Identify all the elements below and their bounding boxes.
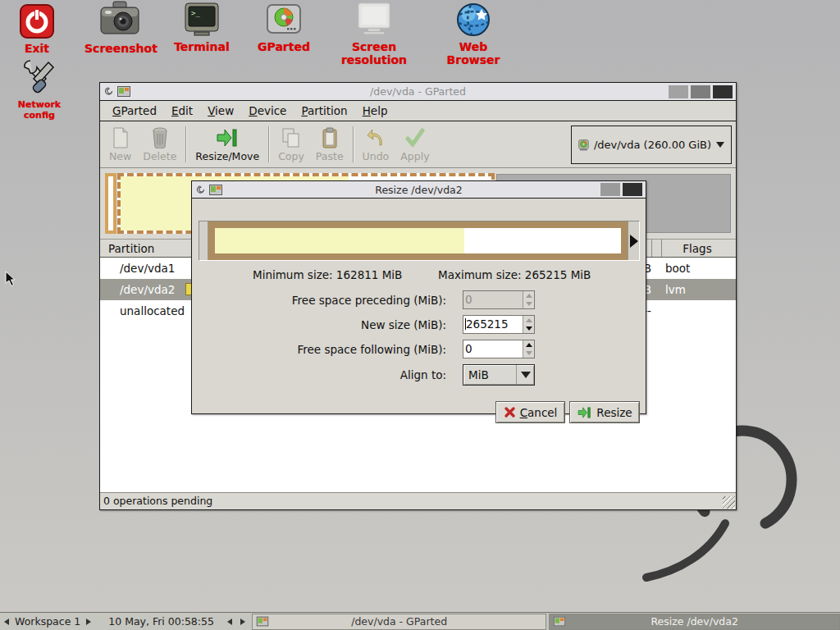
resize-grip[interactable]	[723, 496, 735, 509]
align-to-value: MiB	[463, 368, 516, 381]
undo-icon	[366, 127, 386, 148]
trash-icon	[152, 127, 168, 148]
used-space-fill	[215, 228, 464, 253]
pending-operations-text: 0 operations pending	[103, 495, 212, 507]
clock: 10 May, Fri 00:58:55	[107, 615, 216, 628]
copy-icon	[281, 127, 301, 148]
new-size-spinbox[interactable]: 265215	[463, 315, 535, 334]
task-button-gparted[interactable]: /dev/vda - GParted	[252, 614, 546, 630]
undo-button[interactable]: Undo	[357, 124, 395, 165]
menu-partition[interactable]: Partition	[294, 101, 354, 121]
main-window-title: /dev/vda - GParted	[100, 85, 736, 98]
desktop-icon-screenshot[interactable]: Screenshot	[84, 0, 155, 55]
minimize-button[interactable]	[669, 85, 688, 98]
free-space-preceding-spinbox: 0	[463, 290, 535, 309]
terminal-icon: >_	[183, 2, 221, 38]
dialog-maximize-button[interactable]	[600, 183, 620, 196]
resize-right-handle[interactable]	[628, 221, 639, 260]
spin-down-button[interactable]	[523, 349, 534, 358]
desktop-icon-label: Terminal	[167, 40, 237, 53]
camera-icon	[98, 0, 141, 39]
spin-up-button[interactable]	[523, 316, 534, 325]
menu-help[interactable]: Help	[355, 101, 395, 121]
close-button[interactable]	[713, 85, 733, 98]
task-scroll-right-icon[interactable]	[240, 619, 245, 625]
gparted-app-icon	[209, 185, 222, 195]
toolbar-separator	[185, 126, 186, 162]
partition-segment-vda1[interactable]	[105, 173, 116, 234]
workspace-next-icon[interactable]	[86, 619, 91, 625]
desktop-icon-terminal[interactable]: >_ Terminal	[167, 2, 237, 53]
tools-icon	[19, 57, 60, 97]
resize-left-handle[interactable]	[199, 221, 208, 260]
align-to-label: Align to:	[192, 368, 446, 381]
device-selector-value: /dev/vda (260.00 GiB)	[594, 139, 711, 151]
task-scroll-left-icon[interactable]	[227, 619, 232, 625]
desktop-icon-web-browser[interactable]: Web Browser	[433, 2, 514, 66]
gparted-app-icon	[117, 86, 130, 97]
maximum-size-label: Maximum size: 265215 MiB	[438, 268, 591, 281]
menu-device[interactable]: Device	[241, 101, 294, 121]
free-space-following-label: Free space following (MiB):	[192, 343, 446, 356]
desktop-icon-network-config[interactable]: Network config	[5, 57, 74, 121]
apply-button[interactable]: Apply	[395, 124, 435, 165]
task-button-resize-dialog[interactable]: Resize /dev/vda2	[549, 614, 840, 630]
copy-button[interactable]: Copy	[272, 124, 310, 165]
apply-check-icon	[405, 127, 425, 148]
gparted-app-icon	[257, 617, 268, 627]
desktop-icon-label: Web Browser	[433, 40, 514, 66]
toolbar: New Delete Resize/Move Copy	[100, 121, 736, 168]
spin-up-button	[523, 291, 534, 300]
resize-move-button[interactable]: Resize/Move	[189, 124, 265, 165]
resize-partition-frame[interactable]	[208, 221, 628, 260]
menu-gparted[interactable]: GParted	[105, 101, 164, 121]
disk-icon	[578, 136, 589, 154]
free-space-preceding-label: Free space preceding (MiB):	[192, 294, 446, 307]
desktop-icon-gparted[interactable]: GParted	[250, 3, 317, 53]
paste-button[interactable]: Paste	[310, 124, 349, 165]
main-window-titlebar[interactable]: /dev/vda - GParted	[100, 83, 736, 101]
column-header-flags[interactable]: Flags	[661, 240, 733, 258]
resize-slider-widget	[199, 221, 640, 261]
dropdown-arrow	[516, 365, 534, 385]
minimum-size-label: Minimum size: 162811 MiB	[253, 268, 402, 281]
chevron-down-icon	[716, 142, 724, 148]
spin-down-button	[523, 300, 534, 309]
new-size-label: New size (MiB):	[192, 318, 446, 331]
column-header-partition[interactable]: Partition	[108, 240, 154, 258]
new-button[interactable]: New	[103, 124, 137, 165]
dialog-titlebar[interactable]: Resize /dev/vda2	[192, 181, 646, 199]
cancel-x-icon	[504, 406, 516, 418]
monitor-icon	[354, 2, 394, 38]
spin-down-button[interactable]	[523, 325, 534, 334]
desktop-icon-screen-resolution[interactable]: Screen resolution	[320, 2, 428, 66]
resize-button[interactable]: Resize	[569, 401, 640, 423]
maximize-button[interactable]	[691, 85, 710, 98]
globe-icon	[454, 2, 492, 38]
device-selector[interactable]: /dev/vda (260.00 GiB)	[571, 126, 732, 164]
workspace-prev-icon[interactable]	[4, 619, 9, 625]
workspace-label[interactable]: Workspace 1	[13, 615, 82, 628]
new-partition-icon	[112, 127, 130, 148]
wm-swirl-icon	[195, 185, 206, 195]
resize-arrow-icon	[577, 406, 592, 419]
delete-button[interactable]: Delete	[137, 124, 182, 165]
desktop-icon-label: GParted	[250, 40, 317, 53]
desktop-icon-exit[interactable]: Exit	[10, 3, 64, 55]
menubar: GParted Edit View Device Partition Help	[100, 101, 736, 121]
desktop-icon-label: Exit	[10, 42, 64, 55]
cancel-button[interactable]: Cancel	[495, 401, 565, 423]
wm-swirl-icon	[103, 86, 114, 97]
menu-edit[interactable]: Edit	[164, 101, 200, 121]
dialog-close-button[interactable]	[623, 183, 642, 196]
free-space-following-spinbox[interactable]: 0	[463, 340, 535, 358]
menu-view[interactable]: View	[200, 101, 241, 121]
right-handle-arrow-icon	[630, 235, 638, 248]
paste-icon	[322, 127, 338, 148]
resize-dialog: Resize /dev/vda2 Minimum size: 162811 Mi…	[191, 180, 646, 414]
spin-up-button[interactable]	[523, 340, 534, 349]
statusbar: 0 operations pending	[100, 492, 736, 509]
svg-text:>_: >_	[191, 9, 200, 17]
toolbar-separator	[268, 126, 269, 162]
align-to-dropdown[interactable]: MiB	[463, 364, 535, 386]
